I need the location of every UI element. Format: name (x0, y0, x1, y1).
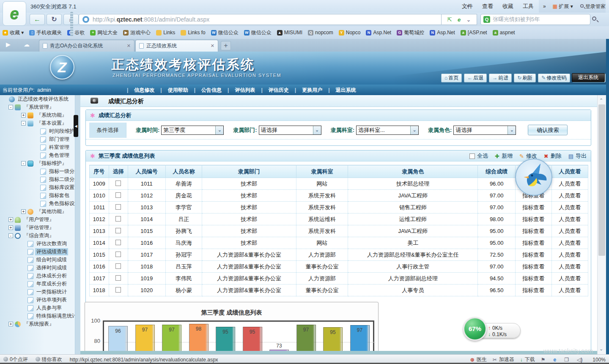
chevron-down-icon[interactable]: ⌄ (313, 126, 321, 134)
add-button[interactable]: ✚新增 (495, 152, 513, 160)
search-query[interactable]: 张曙光情妇被判5年 (493, 16, 540, 23)
misumi-icon[interactable]: ▲ MISUMI (277, 30, 302, 36)
sidebar-tree-item[interactable]: 总体成长分析 (0, 272, 75, 280)
indicator-view-link[interactable]: 指标查看 (516, 213, 551, 225)
person-view-link[interactable]: 人员查看 (551, 273, 588, 285)
person-view-link[interactable]: 人员查看 (551, 202, 588, 213)
user-menu-item[interactable]: 评估历史 (263, 87, 295, 93)
tree-expand-icon[interactable] (8, 105, 13, 109)
mobile-favorites-icon[interactable]: ▯ 手机收藏夹 (29, 29, 62, 36)
sidebar-tree-item[interactable]: 『综合查询』 (0, 232, 75, 240)
chevron-down-icon[interactable]: ⌄ (508, 126, 516, 134)
sidebar-tree-item[interactable]: 评估成绩查询 (0, 248, 75, 256)
indicator-view-link[interactable]: 指标查看 (516, 285, 551, 296)
password-icon[interactable]: ✎修改密码 (538, 74, 570, 82)
tree-expand-icon[interactable] (8, 322, 13, 326)
sidebar-tree-item[interactable]: 选择时间成绩 (0, 264, 75, 272)
sidebar-tree-item[interactable]: 指标套包 (0, 192, 75, 200)
flag-icon[interactable]: ⚑ (541, 357, 548, 363)
sidebar-tree-item[interactable]: 指标二级分类 (0, 175, 75, 183)
tree-expand-icon[interactable] (21, 113, 26, 118)
row-checkbox[interactable] (115, 240, 121, 245)
indicator-view-link[interactable]: 指标查看 (516, 202, 551, 213)
row-checkbox[interactable] (115, 192, 121, 198)
wechat-icon[interactable]: W 微信公众 (244, 29, 272, 36)
chevron-down-icon[interactable]: ⌄ (410, 126, 418, 134)
chevron-down-icon[interactable]: ⌄ (215, 126, 223, 134)
menu-item[interactable]: 查看 (482, 3, 493, 10)
sidebar-tree-item[interactable]: 人员参与率 (0, 304, 75, 312)
speaker-icon[interactable]: ◁) (577, 357, 584, 363)
dept-select[interactable]: 请选择⌄ (259, 126, 321, 135)
user-menu-item[interactable]: 退出系统 (330, 87, 362, 93)
scrollbar-thumb[interactable] (598, 104, 605, 256)
indicator-view-link[interactable]: 指标查看 (516, 273, 551, 285)
comments-counter[interactable]: 0个点评 (3, 356, 28, 363)
sidebar-tree-item[interactable]: 正态绩效考核评估系统 (0, 95, 75, 103)
role-select[interactable]: 请选择⌄ (453, 126, 516, 135)
grape-icon[interactable]: G 葡萄城控 (397, 29, 424, 36)
session-restore-icon[interactable]: ▶ (6, 41, 11, 48)
sidebar-tree-item[interactable]: 评估次数查询 (0, 240, 75, 248)
search-box[interactable]: Q 张曙光情妇被判5年 (480, 14, 590, 25)
ie-e-icon[interactable]: e (554, 357, 559, 363)
game-center-icon[interactable]: ▶ 游戏中心 (123, 29, 151, 36)
logout-system-button[interactable]: 退出系统 (572, 73, 605, 82)
leaf-icon[interactable]: a aspnet (493, 30, 515, 36)
menu-item[interactable]: 收藏 (502, 3, 513, 10)
person-view-link[interactable]: 人员查看 (551, 261, 588, 273)
search-engine-icon[interactable]: Q (483, 16, 490, 23)
sidebar-collapse-handle[interactable]: ◀ (74, 115, 78, 137)
extensions-button[interactable]: ▦ 扩展 ▾ (553, 3, 573, 10)
tree-expand-icon[interactable] (8, 217, 13, 222)
scroll-down-icon[interactable]: ⌄ (599, 346, 603, 352)
wechat-icon[interactable]: W 微信公众 (211, 29, 239, 36)
window-icon[interactable]: ❐ (564, 357, 571, 363)
sidebar-tree-item[interactable]: 『系统报表』 (0, 320, 75, 328)
row-checkbox[interactable] (115, 287, 121, 293)
folder-icon[interactable]: Links (156, 30, 175, 36)
ie-compat-icon[interactable]: e (458, 16, 461, 23)
confirm-search-button[interactable]: 确认搜索 (528, 125, 568, 135)
back-icon[interactable]: ←后退 (464, 74, 487, 82)
site-nav-icon[interactable]: + 网址大全 (90, 29, 118, 36)
tab-kpi-system[interactable]: 正态绩效系统 ✕ (135, 40, 218, 52)
addr-dropdown-icon[interactable]: ⌄ (466, 16, 471, 23)
folder-icon[interactable]: Links fo (181, 30, 205, 36)
sidebar-tree-item[interactable]: 角色管理 (0, 151, 75, 159)
vertical-scrollbar[interactable]: ⌃ ⌄ (597, 95, 606, 354)
sidebar-tree-item[interactable]: 部门管理 (0, 135, 75, 143)
search-submit-icon[interactable] (592, 15, 596, 22)
sidebar-tree-item[interactable]: 时间段维护 (0, 127, 75, 135)
guess-you-like[interactable]: 猜你喜欢 (36, 356, 62, 363)
favorites-star-icon[interactable]: ★ 收藏 ▾ (3, 29, 24, 36)
speed-percent-ball[interactable]: 67% (463, 317, 487, 341)
person-view-link[interactable]: 人员查看 (551, 225, 588, 237)
row-checkbox[interactable] (115, 252, 121, 257)
indicator-view-link[interactable]: 指标查看 (516, 237, 551, 249)
select-all-checkbox[interactable] (469, 153, 475, 159)
tree-expand-icon[interactable] (8, 233, 13, 238)
sidebar-tree-item[interactable]: 『系统管理』 (0, 103, 75, 111)
tab-close-icon[interactable]: ✕ (127, 43, 131, 49)
user-menu-item[interactable]: 公告信息 (195, 87, 228, 93)
aspnet-badge-icon[interactable]: N Asp.Net (366, 30, 391, 36)
refresh-icon[interactable]: ↻刷新 (514, 74, 536, 82)
sidebar-tree-item[interactable]: 特殊指标满意统计 (0, 312, 75, 320)
row-checkbox[interactable] (115, 181, 121, 186)
sidebar-tree-item[interactable]: 科室管理 (0, 143, 75, 151)
leaf-icon[interactable]: a [ASP.net (461, 30, 487, 36)
indicator-view-link[interactable]: 指标查看 (516, 249, 551, 261)
sidebar-tree-item[interactable]: 评估单项列表 (0, 296, 75, 304)
address-bar[interactable]: http://kpi.qztec.net:8081/admin/Default.… (79, 14, 442, 25)
tree-expand-icon[interactable] (21, 209, 26, 214)
person-view-link[interactable]: 人员查看 (551, 285, 588, 296)
office-select[interactable]: 选择科室...⌄ (356, 126, 419, 135)
menu-item[interactable]: 文件 (462, 3, 473, 10)
user-menu-item[interactable]: 信息修改 (128, 87, 160, 93)
login-manager-button[interactable]: 登录管家 (580, 3, 606, 10)
row-checkbox[interactable] (115, 275, 121, 281)
bird-overlay-icon[interactable] (515, 159, 552, 196)
sidebar-tree-item[interactable]: 指标库设置 (0, 183, 75, 192)
home-icon[interactable]: ⌂首页 (441, 74, 462, 82)
